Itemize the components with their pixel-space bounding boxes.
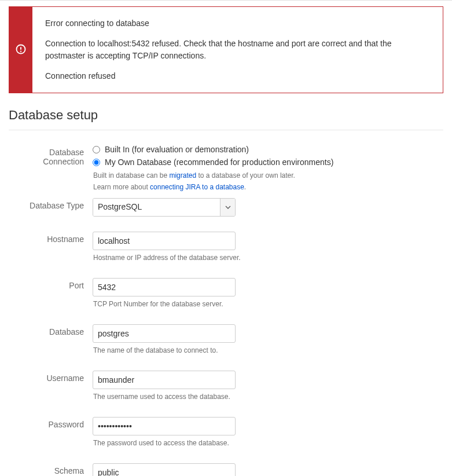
divider-top [9, 130, 443, 130]
label-username: Username [9, 371, 93, 412]
help-password: The password used to access the database… [93, 438, 443, 448]
error-message: Connection to localhost:5432 refused. Ch… [45, 38, 430, 62]
label-db-type: Database Type [9, 198, 93, 227]
label-db-connection: Database Connection [9, 145, 93, 193]
label-password: Password [9, 417, 93, 459]
page-title: Database setup [9, 108, 443, 123]
error-icon [16, 44, 26, 56]
label-port: Port [9, 278, 93, 320]
hostname-input[interactable] [93, 232, 236, 250]
database-input[interactable] [93, 324, 236, 343]
database-type-select[interactable]: PostgreSQL [93, 198, 236, 217]
label-database: Database [9, 324, 93, 366]
label-schema: Schema [9, 463, 93, 476]
radio-builtin-label[interactable]: Built In (for evaluation or demonstratio… [105, 145, 249, 154]
port-input[interactable] [93, 278, 236, 296]
help-port: TCP Port Number for the database server. [93, 299, 443, 309]
error-title: Error connecting to database [45, 17, 430, 30]
error-panel: Error connecting to database Connection … [9, 6, 443, 93]
help-builtin-migrate: Built in database can be migrated to a d… [93, 170, 443, 181]
database-type-value: PostgreSQL [93, 199, 220, 216]
svg-point-2 [21, 51, 21, 52]
radio-own-database-label[interactable]: My Own Database (recommended for product… [105, 158, 333, 167]
help-database: The name of the database to connect to. [93, 345, 443, 356]
username-input[interactable] [93, 371, 236, 389]
link-connecting-jira[interactable]: connecting JIRA to a database [150, 183, 244, 191]
error-reason: Connection refused [45, 70, 430, 82]
link-migrated[interactable]: migrated [169, 171, 196, 180]
help-hostname: Hostname or IP address of the database s… [93, 252, 443, 263]
help-learn-more: Learn more about connecting JIRA to a da… [93, 182, 443, 192]
radio-builtin[interactable] [93, 146, 100, 153]
schema-input[interactable] [93, 463, 236, 476]
chevron-down-icon[interactable] [220, 199, 235, 216]
password-input[interactable] [93, 417, 236, 435]
label-hostname: Hostname [9, 232, 93, 273]
radio-own-database[interactable] [93, 159, 100, 166]
error-icon-bar [9, 7, 32, 93]
help-username: The username used to access the database… [93, 391, 443, 402]
